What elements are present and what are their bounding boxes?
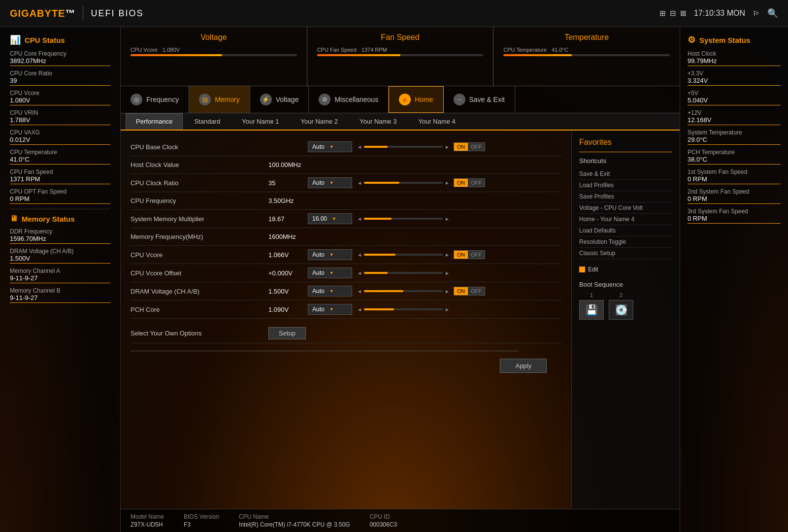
cpu-stat: CPU Vcore1.080V (10, 90, 110, 105)
boot-drive-1[interactable]: 💾 (579, 300, 604, 320)
right-stat: +5V5.040V (688, 90, 781, 105)
cpu-vcore-label: CPU Vcore 1.080V (131, 47, 297, 53)
shortcut-item[interactable]: Load Profiles (579, 180, 672, 191)
left-sidebar: 📊 CPU Status CPU Core Frequency3892.07MH… (0, 27, 121, 532)
main-layout: 📊 CPU Status CPU Core Frequency3892.07MH… (0, 27, 788, 532)
subtab-performance[interactable]: Performance (126, 113, 183, 130)
mem-stat: Memory Channel A9-11-9-27 (10, 267, 110, 283)
right-stat: 3rd System Fan Speed0 RPM (688, 208, 781, 224)
right-stat: Host Clock99.79MHz (688, 50, 781, 66)
shortcut-item[interactable]: Resolution Toggle (579, 236, 672, 248)
display-icon[interactable]: ⊞ (659, 9, 666, 18)
setting-dropdown-4[interactable]: 16.00 (308, 213, 352, 224)
shortcuts-title: Shortcuts (579, 157, 672, 165)
layout-icon[interactable]: ⊠ (680, 9, 687, 18)
apply-button[interactable]: Apply (500, 359, 547, 373)
mem-stats-container: DDR Frequency1596.70MHzDRAM Voltage (CH … (10, 228, 110, 303)
shortcuts-container: Save & ExitLoad ProfilesSave ProfilesVol… (579, 168, 672, 259)
setting-dropdown-6[interactable]: Auto (308, 249, 352, 260)
boot-drive-2[interactable]: 💽 (609, 300, 633, 320)
center-content: Voltage CPU Vcore 1.080V Fan Speed CPU F… (121, 27, 680, 532)
toggle-8[interactable]: ONOFF (454, 287, 486, 296)
voltage-icon: ⚡ (260, 94, 272, 105)
boot-seq-title: Boot Sequence (579, 281, 672, 288)
logo: GIGABYTE™ (10, 8, 75, 19)
cpu-temp-fill (503, 54, 571, 56)
subtab-your-name-3[interactable]: Your Name 3 (349, 113, 407, 130)
apply-container: Apply (131, 359, 561, 373)
toggle-2[interactable]: ONOFF (454, 178, 486, 187)
voltage-title: Voltage (131, 33, 297, 42)
setting-row: CPU Frequency 3.50GHz (131, 192, 561, 210)
separator (131, 351, 519, 351)
setting-dropdown-9[interactable]: Auto (308, 304, 352, 315)
subtab-your-name-1[interactable]: Your Name 1 (231, 113, 289, 130)
header-right: ⊞ ⊟ ⊠ 17:10:33 MON 🏳 🔍 (659, 8, 778, 19)
save-exit-label: Save & Exit (469, 96, 505, 103)
settings-main: CPU Base Clock Auto ◄ ► ONOFF Host Clock… (121, 131, 571, 509)
tab-frequency[interactable]: ◎ Frequency (121, 86, 189, 113)
flag-icon[interactable]: 🏳 (753, 9, 760, 18)
edit-icon (579, 266, 585, 272)
slider-7: ◄ ► (357, 270, 450, 276)
slider-0: ◄ ► (357, 144, 450, 150)
tab-home[interactable]: ⌂ Home (389, 86, 443, 113)
subtab-your-name-4[interactable]: Your Name 4 (408, 113, 465, 130)
memory-label: Memory (215, 96, 240, 103)
tab-memory[interactable]: ▤ Memory (189, 86, 250, 113)
cpu-stat: CPU VRIN1.788V (10, 109, 110, 125)
setting-row: CPU Vcore 1.066V Auto ◄ ► ONOFF (131, 246, 561, 264)
tab-miscellaneous[interactable]: ⚙ Miscellaneous (309, 86, 389, 113)
sub-tabs: Performance Standard Your Name 1 Your Na… (121, 113, 680, 131)
setting-dropdown-8[interactable]: Auto (308, 286, 352, 297)
grid-icon[interactable]: ⊟ (670, 9, 676, 18)
toggle-6[interactable]: ONOFF (454, 250, 486, 259)
shortcut-item[interactable]: Save & Exit (579, 168, 672, 180)
right-stat: 1st System Fan Speed0 RPM (688, 168, 781, 184)
cpu-temp-bar (503, 54, 670, 56)
subtab-your-name-2[interactable]: Your Name 2 (291, 113, 348, 130)
shortcut-item[interactable]: Home - Your Name 4 (579, 214, 672, 225)
setting-dropdown-0[interactable]: Auto (308, 141, 352, 152)
setting-row: Host Clock Value 100.00MHz (131, 156, 561, 174)
cpu-temp-label: CPU Temperature 41.0°C (503, 47, 670, 53)
edit-button[interactable]: Edit (579, 264, 672, 275)
right-stat: +12V12.168V (688, 109, 781, 125)
mem-stat: Memory Channel B9-11-9-27 (10, 287, 110, 303)
slider-6: ◄ ► (357, 252, 450, 258)
setting-dropdown-7[interactable]: Auto (308, 267, 352, 278)
voltage-meter: Voltage CPU Vcore 1.080V (121, 27, 307, 86)
mem-stat: DDR Frequency1596.70MHz (10, 228, 110, 244)
footer-cpu-name: CPU Name Intel(R) Core(TM) i7-4770K CPU … (239, 513, 350, 528)
cpu-vcore-meter: CPU Vcore 1.080V (131, 47, 297, 56)
cpu-stat: CPU Core Ratio39 (10, 70, 110, 86)
cpu-stat: CPU OPT Fan Speed0 RPM (10, 188, 110, 204)
shortcut-item[interactable]: Save Profiles (579, 191, 672, 202)
cpu-status-title: 📊 CPU Status (10, 34, 110, 45)
nav-tabs: ◎ Frequency ▤ Memory ⚡ Voltage ⚙ Miscell… (121, 86, 680, 113)
setup-button[interactable]: Setup (268, 327, 306, 339)
shortcut-item[interactable]: Load Defaults (579, 225, 672, 236)
cpu-icon: 📊 (10, 34, 21, 45)
favorites-title: Favorites (579, 138, 672, 147)
cpu-vcore-fill (131, 54, 222, 56)
memory-tab-icon: ▤ (199, 94, 211, 105)
tab-voltage[interactable]: ⚡ Voltage (250, 86, 309, 113)
slider-9: ◄ ► (357, 307, 450, 312)
toggle-0[interactable]: ONOFF (454, 142, 486, 151)
home-icon: ⌂ (399, 94, 411, 105)
search-icon[interactable]: 🔍 (767, 8, 778, 19)
subtab-standard[interactable]: Standard (184, 113, 230, 130)
tab-save-exit[interactable]: → Save & Exit (444, 86, 515, 113)
header-divider (83, 6, 83, 21)
shortcut-item[interactable]: Voltage - CPU Core Volt (579, 202, 672, 214)
shortcut-item[interactable]: Classic Setup (579, 248, 672, 259)
memory-status-title: 🖥 Memory Status (10, 214, 110, 223)
setting-row: CPU Clock Ratio 35 Auto ◄ ► ONOFF (131, 174, 561, 192)
select-options-row: Select Your Own Options Setup (131, 324, 561, 343)
setting-dropdown-2[interactable]: Auto (308, 177, 352, 188)
frequency-icon: ◎ (131, 94, 142, 105)
cpu-fan-bar (317, 54, 484, 56)
setting-row: System Memory Multiplier 18.67 16.00 ◄ ► (131, 210, 561, 228)
cpu-stat: CPU VAXG0.012V (10, 129, 110, 145)
